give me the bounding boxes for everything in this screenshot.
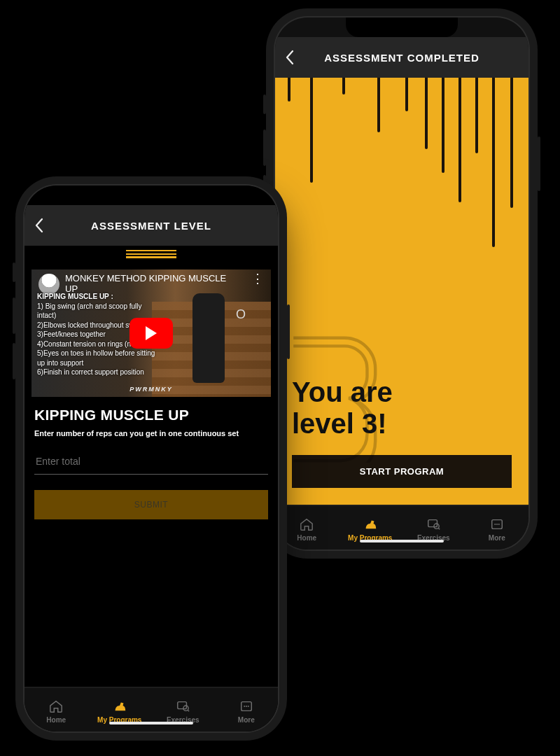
arm-icon: [112, 699, 127, 713]
home-icon: [48, 699, 64, 713]
accent-lines: [126, 250, 176, 258]
level-result-text: You are level 3!: [292, 377, 512, 440]
video-brand: PWRMNKY: [130, 386, 173, 393]
tab-more[interactable]: More: [465, 506, 529, 550]
arm-icon: [363, 517, 378, 531]
exercise-title: KIPPING MUSCLE UP: [34, 407, 268, 424]
more-icon: [489, 517, 505, 531]
tab-home[interactable]: Home: [24, 688, 88, 732]
svg-point-4: [496, 524, 498, 525]
svg-point-10: [246, 706, 247, 707]
tab-label: More: [238, 716, 255, 724]
steps-heading: KIPPING MUSCLE UP :: [37, 292, 159, 302]
step: 5)Eyes on toes in hollow before sitting …: [37, 349, 159, 368]
more-icon: [239, 699, 254, 713]
video-menu-icon[interactable]: ⋮: [251, 276, 264, 281]
tab-home[interactable]: Home: [275, 506, 339, 550]
tab-bar: Home My Programs Exercises More: [24, 687, 278, 732]
home-icon: [299, 517, 314, 531]
svg-point-5: [498, 524, 499, 525]
level-line2: level 3!: [292, 408, 387, 439]
screen-right: ASSESSMENT COMPLETED You are level 3! ST…: [275, 18, 528, 550]
tab-my-programs[interactable]: My Programs: [339, 506, 402, 550]
phone-right: ASSESSMENT COMPLETED You are level 3! ST…: [275, 18, 528, 550]
submit-button[interactable]: SUBMIT: [34, 490, 268, 519]
tab-bar: Home My Programs Exercises More: [275, 505, 528, 550]
tab-label: Home: [46, 716, 66, 724]
assessment-result-panel: You are level 3! START PROGRAM: [275, 78, 528, 505]
home-indicator[interactable]: [360, 540, 444, 542]
screen-left: ASSESSMENT LEVEL O O MONKEY METHOD KIPPI…: [24, 186, 278, 732]
back-icon[interactable]: [285, 50, 294, 65]
home-indicator[interactable]: [109, 722, 193, 724]
tab-exercises[interactable]: Exercises: [402, 506, 465, 550]
header-title: ASSESSMENT COMPLETED: [324, 52, 479, 64]
header-title: ASSESSMENT LEVEL: [91, 220, 211, 232]
drip-graphic: [275, 78, 528, 253]
step: 6)Finish in correct support position: [37, 368, 159, 377]
tab-more[interactable]: More: [215, 688, 279, 732]
back-icon[interactable]: [34, 218, 43, 233]
phone-left: ASSESSMENT LEVEL O O MONKEY METHOD KIPPI…: [24, 186, 278, 732]
header: ASSESSMENT LEVEL: [24, 205, 278, 246]
reps-input[interactable]: [34, 450, 268, 475]
exercises-icon: [426, 517, 441, 531]
svg-point-9: [244, 706, 245, 707]
tab-exercises[interactable]: Exercises: [151, 688, 215, 732]
level-line1: You are: [292, 377, 393, 407]
exercises-icon: [175, 699, 190, 713]
tab-my-programs[interactable]: My Programs: [88, 688, 152, 732]
svg-point-11: [247, 706, 248, 707]
tab-label: Home: [297, 534, 316, 542]
tab-label: More: [489, 534, 505, 542]
exercise-help-text: Enter number of reps can you get in one …: [34, 429, 268, 438]
svg-point-3: [494, 524, 496, 525]
play-icon[interactable]: [130, 318, 173, 349]
header: ASSESSMENT COMPLETED: [275, 37, 528, 78]
video-thumbnail[interactable]: O O MONKEY METHOD KIPPING MUSCLE UP ⋮ KI…: [31, 270, 271, 397]
